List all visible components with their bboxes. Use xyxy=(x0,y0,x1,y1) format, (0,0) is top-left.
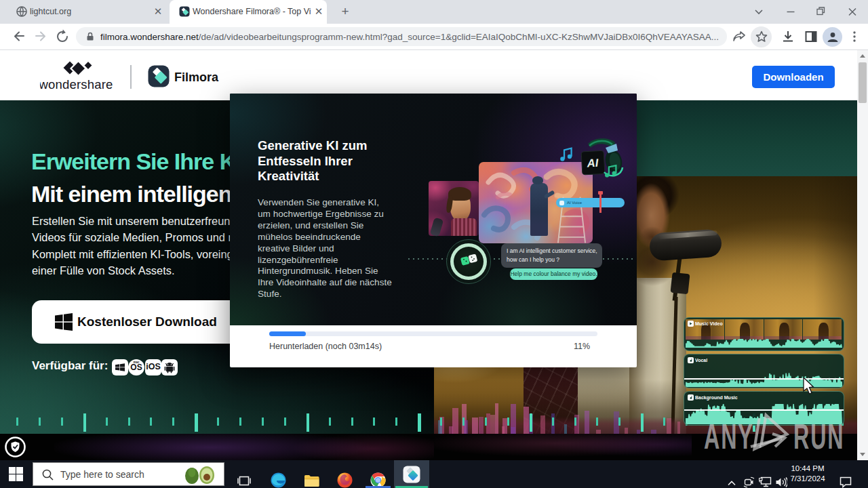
svg-text:AI: AI xyxy=(586,157,599,169)
svg-text:wondershare: wondershare xyxy=(40,77,113,92)
